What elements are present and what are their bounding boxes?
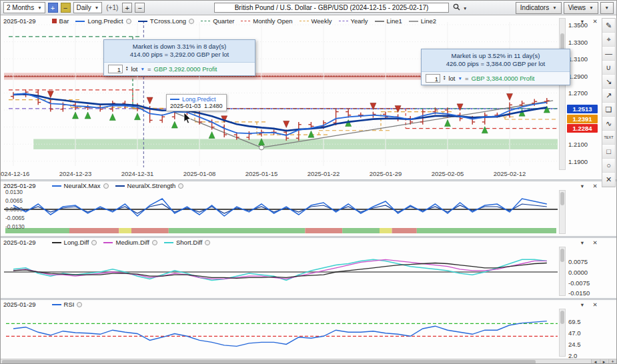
scroll-right-button[interactable]: ▸ xyxy=(600,359,608,364)
legend-item-quarter[interactable]: Quarter xyxy=(201,17,234,25)
info-icon[interactable] xyxy=(91,240,97,245)
legend-item-weekly[interactable]: Weekly xyxy=(299,17,332,25)
price-chart-header: 2025-01-29 BarLong.PredictTCross.LongQua… xyxy=(1,17,616,25)
crosshair-tool[interactable]: ⌖ xyxy=(602,33,615,47)
lot-unit-dropdown-icon[interactable]: ▼ xyxy=(141,67,145,71)
lot-unit-dropdown-icon[interactable]: ▼ xyxy=(458,76,462,81)
rsi-axis-label: 24.5 xyxy=(568,341,581,348)
legend-item-long-predict[interactable]: Long.Predict xyxy=(75,17,131,25)
offset-label: (+1) xyxy=(106,4,118,11)
chevron-down-icon: ▼ xyxy=(552,5,556,10)
info-icon[interactable] xyxy=(178,183,183,189)
info-icon[interactable] xyxy=(77,302,82,307)
zoom-in-button[interactable]: + xyxy=(122,3,132,13)
close-panel-button[interactable]: ✕ xyxy=(591,301,599,308)
add-chart-button[interactable]: + xyxy=(48,3,58,13)
symbol-title: British Pound / U.S. Dollar - GBP/USD (2… xyxy=(214,3,449,13)
legend-item-monthly-open[interactable]: Monthly Open xyxy=(241,17,292,25)
views-button[interactable]: Views ▼ xyxy=(564,2,598,14)
legend-label: Bar xyxy=(59,17,69,25)
panel-vertical-scrollbar[interactable] xyxy=(559,309,566,357)
panel-vscroll-thumb[interactable] xyxy=(560,249,564,262)
horizontal-scrollbar[interactable]: ◂ ▸ + xyxy=(1,359,616,364)
diff-header: 2025-01-29 Long.DiffMedium.DiffShort.Dif… xyxy=(1,238,616,247)
chart-legend: BarLong.PredictTCross.LongQuarterMonthly… xyxy=(52,17,436,25)
zoom-out-button[interactable]: − xyxy=(135,3,145,13)
text-tool[interactable]: TEXT xyxy=(602,131,615,145)
neuralx-chart-svg[interactable]: 0.01300.00650.0000-0.0065-0.0130 xyxy=(4,190,558,235)
legend-swatch xyxy=(375,21,384,22)
callout-tool[interactable]: ❏ xyxy=(602,103,615,117)
close-panel-button[interactable]: ✕ xyxy=(591,18,599,25)
info-icon[interactable] xyxy=(205,240,210,245)
panel-vertical-scrollbar[interactable] xyxy=(559,190,566,234)
chart-vertical-scrollbar[interactable] xyxy=(559,18,566,170)
toolbar-overflow-button[interactable]: ▼ xyxy=(600,2,614,14)
collapse-panel-button[interactable]: ▾ xyxy=(578,239,586,246)
info-icon[interactable] xyxy=(103,183,109,189)
info-icon[interactable] xyxy=(189,19,194,24)
rectangle-tool[interactable]: □ xyxy=(602,145,615,159)
panel-splitter[interactable] xyxy=(1,298,616,300)
x-axis-label: 2024-12-31 xyxy=(116,170,159,177)
indicators-button[interactable]: Indicators ▼ xyxy=(516,2,562,14)
diff-chart-svg[interactable] xyxy=(4,247,558,297)
info-icon[interactable] xyxy=(152,240,157,245)
magnet-tool[interactable]: ∪ xyxy=(602,61,615,75)
collapse-panel-button[interactable]: ▾ xyxy=(578,18,586,25)
info-icon[interactable] xyxy=(126,19,131,24)
legend-item-tcross-long[interactable]: TCross.Long xyxy=(138,17,194,25)
legend-label: Long.Predict xyxy=(87,17,123,25)
x-axis-label: 2024-12-16 xyxy=(0,170,35,177)
legend-item-neuralx-strength[interactable]: NeuralX.Strength xyxy=(115,182,184,189)
eraser-tool[interactable]: ✕ xyxy=(602,173,615,187)
legend-item-line1[interactable]: Line1 xyxy=(375,17,402,25)
legend-swatch xyxy=(52,185,61,187)
panel-vscroll-thumb[interactable] xyxy=(560,311,564,324)
range-select[interactable]: 2 Months ▼ xyxy=(3,2,45,13)
hscroll-zoom-button[interactable]: + xyxy=(608,359,616,364)
collapse-panel-button[interactable]: ▾ xyxy=(578,183,586,189)
search-dropdown-icon[interactable]: ▼ xyxy=(463,6,467,11)
profit-value: GBP 3,292.0000 Profit xyxy=(154,65,217,73)
hscroll-thumb[interactable] xyxy=(2,360,536,364)
spinner-down-icon[interactable]: ▼ xyxy=(443,78,446,81)
panel-vscroll-thumb[interactable] xyxy=(560,192,564,205)
price-chart-svg[interactable] xyxy=(4,17,558,170)
legend-item-yearly[interactable]: Yearly xyxy=(339,17,368,25)
pencil-tool[interactable]: ✎ xyxy=(602,19,615,33)
legend-item-line2[interactable]: Line2 xyxy=(409,17,436,25)
lot-spinner[interactable]: ▲ ▼ xyxy=(443,75,446,81)
panel-splitter[interactable] xyxy=(1,179,616,181)
svg-text:-0.0065: -0.0065 xyxy=(5,215,25,221)
x-axis-label: 2025-02-12 xyxy=(488,170,531,177)
spinner-down-icon[interactable]: ▼ xyxy=(125,69,128,72)
x-axis-label: 2025-01-22 xyxy=(302,170,345,177)
legend-item-rsi[interactable]: RSI xyxy=(52,301,83,308)
legend-item-short-diff[interactable]: Short.Diff xyxy=(164,239,210,246)
close-panel-button[interactable]: ✕ xyxy=(591,239,599,246)
close-panel-button[interactable]: ✕ xyxy=(591,183,599,189)
legend-item-medium-diff[interactable]: Medium.Diff xyxy=(103,239,157,246)
wave-tool[interactable]: ∿ xyxy=(602,117,615,131)
scroll-left-button[interactable]: ◂ xyxy=(591,359,599,364)
interval-select[interactable]: Daily ▼ xyxy=(73,2,103,13)
lot-spinner[interactable]: ▲ ▼ xyxy=(125,66,128,72)
tooltip-line1: Market is down 3.31% in 8 day(s) xyxy=(109,43,249,51)
price-axis-label: 1.3300 xyxy=(568,39,588,46)
panel-splitter[interactable] xyxy=(1,236,616,238)
horizontal-line-tool[interactable]: ― xyxy=(602,47,615,61)
collapse-panel-button[interactable]: ▾ xyxy=(578,301,586,308)
lot-quantity-input[interactable]: 1 xyxy=(426,74,440,83)
hover-tooltip: Long.Predict 2025-01-03 1.2480 xyxy=(166,94,227,111)
remove-chart-button[interactable]: − xyxy=(61,3,71,13)
ellipse-tool[interactable]: ○ xyxy=(602,159,615,173)
legend-item-neuralx-max[interactable]: NeuralX.Max xyxy=(52,182,109,189)
legend-item-bar[interactable]: Bar xyxy=(52,17,69,25)
arrow-down-tool[interactable]: ↘ xyxy=(602,75,615,89)
arrow-up-tool[interactable]: ↗ xyxy=(602,89,615,103)
legend-item-long-diff[interactable]: Long.Diff xyxy=(52,239,97,246)
panel-vertical-scrollbar[interactable] xyxy=(559,247,566,296)
lot-quantity-input[interactable]: 1 xyxy=(108,65,123,73)
search-icon[interactable] xyxy=(453,3,460,11)
